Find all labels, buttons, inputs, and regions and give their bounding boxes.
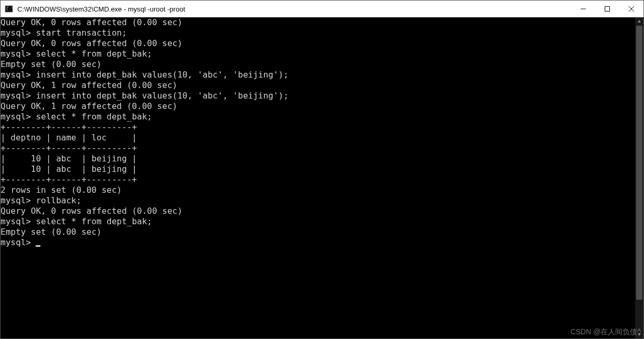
terminal-line: mysql> insert into dept_bak values(10, '… — [1, 91, 635, 101]
terminal-line: mysql> insert into dept_bak values(10, '… — [1, 70, 635, 80]
terminal-line: Query OK, 0 rows affected (0.00 sec) — [1, 38, 635, 49]
maximize-button[interactable] — [595, 1, 619, 17]
terminal-line: | 10 | abc | beijing | — [1, 154, 635, 164]
terminal-line: Empty set (0.00 sec) — [1, 59, 635, 70]
svg-text:C:\: C:\ — [6, 7, 13, 12]
terminal-line: | 10 | abc | beijing | — [1, 164, 635, 174]
terminal-line: Query OK, 1 row affected (0.00 sec) — [1, 80, 635, 91]
svg-marker-6 — [638, 20, 641, 23]
terminal-line: mysql> rollback; — [1, 195, 635, 206]
window-controls — [571, 1, 643, 17]
terminal-line: Query OK, 0 rows affected (0.00 sec) — [1, 206, 635, 216]
minimize-button[interactable] — [571, 1, 595, 17]
terminal-line: +--------+------+---------+ — [1, 122, 635, 133]
cmd-icon: C:\ — [5, 5, 13, 13]
terminal-line: mysql> select * from dept_bak; — [1, 112, 635, 122]
svg-rect-3 — [605, 7, 610, 12]
terminal-line: +--------+------+---------+ — [1, 143, 635, 154]
scroll-track[interactable] — [635, 26, 643, 330]
terminal-line: 2 rows in set (0.00 sec) — [1, 185, 635, 195]
terminal-line: mysql> start transaction; — [1, 28, 635, 38]
titlebar[interactable]: C:\ C:\WINDOWS\system32\CMD.exe - mysql … — [1, 1, 643, 17]
terminal-line: Empty set (0.00 sec) — [1, 227, 635, 237]
cmd-window: C:\ C:\WINDOWS\system32\CMD.exe - mysql … — [0, 0, 644, 339]
terminal-line: mysql> select * from dept_bak; — [1, 216, 635, 227]
scroll-up-button[interactable] — [635, 17, 643, 26]
terminal-line: | deptno | name | loc | — [1, 133, 635, 143]
terminal-line: Query OK, 0 rows affected (0.00 sec) — [1, 17, 635, 28]
window-title: C:\WINDOWS\system32\CMD.exe - mysql -uro… — [17, 5, 571, 13]
svg-marker-7 — [638, 333, 641, 336]
scroll-down-button[interactable] — [635, 330, 643, 338]
terminal-area: Query OK, 0 rows affected (0.00 sec)mysq… — [1, 17, 643, 338]
close-button[interactable] — [619, 1, 643, 17]
terminal-line: mysql> — [1, 237, 635, 248]
scrollbar-vertical[interactable] — [635, 17, 643, 338]
terminal-output[interactable]: Query OK, 0 rows affected (0.00 sec)mysq… — [1, 17, 635, 338]
scroll-thumb[interactable] — [636, 26, 642, 300]
terminal-line: mysql> select * from dept_bak; — [1, 49, 635, 59]
terminal-line: Query OK, 1 row affected (0.00 sec) — [1, 101, 635, 112]
cursor — [36, 245, 40, 247]
terminal-line: +--------+------+---------+ — [1, 174, 635, 185]
